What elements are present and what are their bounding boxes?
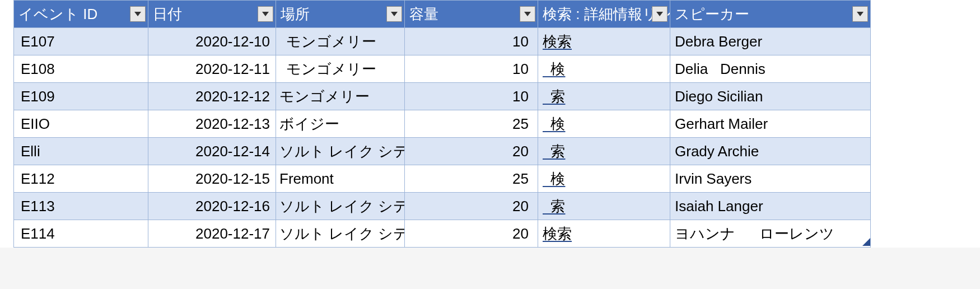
hyperlink[interactable]: 検 bbox=[543, 115, 565, 132]
cell-speaker[interactable]: Debra Berger bbox=[670, 28, 871, 55]
filter-dropdown-icon[interactable] bbox=[652, 6, 668, 22]
cell-date[interactable]: 2020-12-10 bbox=[148, 28, 276, 55]
hyperlink[interactable]: 検索 bbox=[543, 225, 572, 242]
cell-search-link[interactable]: 索 bbox=[538, 138, 670, 165]
hyperlink[interactable]: 索 bbox=[543, 88, 565, 105]
cell-search-link[interactable]: 索 bbox=[538, 83, 670, 110]
cell-event-id[interactable]: E109 bbox=[14, 83, 148, 110]
table-row[interactable]: E1082020-12-11モンゴメリー10 検Delia Dennis bbox=[14, 55, 871, 83]
cell-location[interactable]: Fremont bbox=[276, 165, 405, 193]
cell-event-id[interactable]: EIIO bbox=[14, 110, 148, 138]
cell-event-id[interactable]: E112 bbox=[14, 165, 148, 193]
cell-speaker[interactable]: ヨハンナ ローレンツ bbox=[670, 220, 871, 248]
cell-date[interactable]: 2020-12-16 bbox=[148, 193, 276, 220]
cell-location[interactable]: モンゴメリー bbox=[276, 83, 405, 110]
header-date[interactable]: 日付 bbox=[148, 1, 276, 28]
cell-date[interactable]: 2020-12-13 bbox=[148, 110, 276, 138]
table-row[interactable]: E1122020-12-15Fremont25 検Irvin Sayers bbox=[14, 165, 871, 193]
hyperlink[interactable]: 検索 bbox=[543, 33, 572, 50]
header-row: イベント ID 日付 場所 容量 bbox=[14, 1, 871, 28]
cell-search-link[interactable]: 検索 bbox=[538, 220, 670, 248]
header-label: スピーカー bbox=[675, 6, 749, 22]
table-row[interactable]: EIIO2020-12-13ボイジー25 検Gerhart Mailer bbox=[14, 110, 871, 138]
header-label: 容量 bbox=[409, 6, 438, 22]
cell-speaker[interactable]: Irvin Sayers bbox=[670, 165, 871, 193]
cell-date[interactable]: 2020-12-17 bbox=[148, 220, 276, 248]
cell-location[interactable]: モンゴメリー bbox=[276, 55, 405, 83]
header-search-link[interactable]: 検索 : 詳細情報リンク bbox=[538, 1, 670, 28]
cell-capacity[interactable]: 10 bbox=[405, 55, 538, 83]
cell-capacity[interactable]: 20 bbox=[405, 193, 538, 220]
cell-search-link[interactable]: 検 bbox=[538, 55, 670, 83]
table-row[interactable]: E1142020-12-17ソルト レイク シティ20検索ヨハンナ ローレンツ bbox=[14, 220, 871, 248]
filter-dropdown-icon[interactable] bbox=[258, 6, 273, 22]
header-location[interactable]: 場所 bbox=[276, 1, 405, 28]
cell-location[interactable]: モンゴメリー bbox=[276, 28, 405, 55]
cell-event-id[interactable]: E108 bbox=[14, 55, 148, 83]
header-label: 場所 bbox=[281, 6, 310, 22]
cell-event-id[interactable]: E114 bbox=[14, 220, 148, 248]
header-label: イベント ID bbox=[18, 6, 97, 22]
data-table: イベント ID 日付 場所 容量 bbox=[13, 0, 871, 248]
svg-marker-5 bbox=[857, 12, 864, 16]
header-speaker[interactable]: スピーカー bbox=[670, 1, 871, 28]
cell-speaker[interactable]: Delia Dennis bbox=[670, 55, 871, 83]
cell-speaker[interactable]: Isaiah Langer bbox=[670, 193, 871, 220]
cell-date[interactable]: 2020-12-14 bbox=[148, 138, 276, 165]
cell-date[interactable]: 2020-12-15 bbox=[148, 165, 276, 193]
table-row[interactable]: E1132020-12-16ソルト レイク シティ20 索Isaiah Lang… bbox=[14, 193, 871, 220]
svg-marker-2 bbox=[391, 12, 398, 16]
cell-event-id[interactable]: E107 bbox=[14, 28, 148, 55]
filter-dropdown-icon[interactable] bbox=[852, 6, 868, 22]
cell-search-link[interactable]: 検 bbox=[538, 165, 670, 193]
table-row[interactable]: E1092020-12-12モンゴメリー10 索Diego Sicilian bbox=[14, 83, 871, 110]
svg-marker-4 bbox=[656, 12, 663, 16]
spreadsheet-table: イベント ID 日付 場所 容量 bbox=[0, 0, 980, 248]
cell-location[interactable]: ボイジー bbox=[276, 110, 405, 138]
cell-date[interactable]: 2020-12-12 bbox=[148, 83, 276, 110]
header-capacity[interactable]: 容量 bbox=[405, 1, 538, 28]
cell-location[interactable]: ソルト レイク シティ bbox=[276, 220, 405, 248]
hyperlink[interactable]: 索 bbox=[543, 198, 565, 215]
cell-event-id[interactable]: E113 bbox=[14, 193, 148, 220]
svg-marker-3 bbox=[524, 12, 531, 16]
cell-capacity[interactable]: 10 bbox=[405, 83, 538, 110]
filter-dropdown-icon[interactable] bbox=[386, 6, 402, 22]
filter-dropdown-icon[interactable] bbox=[520, 6, 535, 22]
header-label: 検索 : 詳細情報リンク bbox=[543, 6, 670, 22]
table-resize-handle-icon[interactable] bbox=[862, 238, 870, 246]
cell-speaker[interactable]: Diego Sicilian bbox=[670, 83, 871, 110]
hyperlink[interactable]: 検 bbox=[543, 170, 565, 187]
cell-capacity[interactable]: 25 bbox=[405, 110, 538, 138]
cell-speaker[interactable]: Gerhart Mailer bbox=[670, 110, 871, 138]
cell-location[interactable]: ソルト レイク シティ bbox=[276, 193, 405, 220]
filter-dropdown-icon[interactable] bbox=[130, 6, 146, 22]
hyperlink[interactable]: 検 bbox=[543, 60, 565, 77]
header-event-id[interactable]: イベント ID bbox=[14, 1, 148, 28]
cell-capacity[interactable]: 20 bbox=[405, 220, 538, 248]
cell-capacity[interactable]: 20 bbox=[405, 138, 538, 165]
cell-search-link[interactable]: 検 bbox=[538, 110, 670, 138]
cell-location[interactable]: ソルト レイク シティ bbox=[276, 138, 405, 165]
cell-capacity[interactable]: 25 bbox=[405, 165, 538, 193]
svg-marker-1 bbox=[262, 12, 269, 16]
cell-speaker[interactable]: Grady Archie bbox=[670, 138, 871, 165]
svg-marker-0 bbox=[134, 12, 141, 16]
hyperlink[interactable]: 索 bbox=[543, 143, 565, 160]
cell-event-id[interactable]: Elli bbox=[14, 138, 148, 165]
cell-search-link[interactable]: 索 bbox=[538, 193, 670, 220]
cell-search-link[interactable]: 検索 bbox=[538, 28, 670, 55]
cell-capacity[interactable]: 10 bbox=[405, 28, 538, 55]
header-label: 日付 bbox=[153, 6, 182, 22]
table-row[interactable]: Elli2020-12-14ソルト レイク シティ20 索Grady Archi… bbox=[14, 138, 871, 165]
cell-date[interactable]: 2020-12-11 bbox=[148, 55, 276, 83]
table-row[interactable]: E1072020-12-10モンゴメリー10検索Debra Berger bbox=[14, 28, 871, 55]
